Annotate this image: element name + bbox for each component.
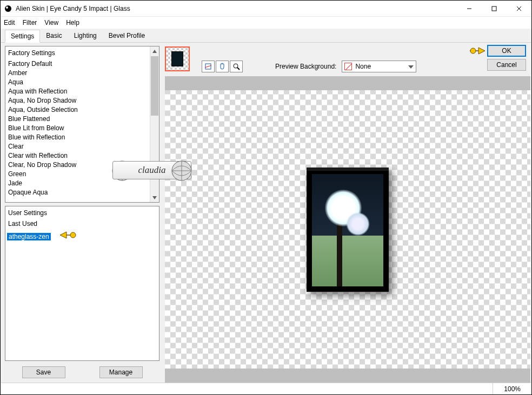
- menu-filter[interactable]: Filter: [23, 19, 37, 26]
- tab-lighting[interactable]: Lighting: [68, 29, 103, 42]
- window-title: Alien Skin | Eye Candy 5 Impact | Glass: [16, 5, 457, 12]
- chevron-down-icon: [408, 63, 414, 70]
- list-item[interactable]: Blue Lit from Below: [7, 123, 157, 132]
- preview-bg-select[interactable]: None: [342, 61, 416, 72]
- save-button[interactable]: Save: [22, 366, 65, 378]
- zoom-tool-icon[interactable]: [230, 61, 243, 72]
- pointer-hand-icon: [469, 45, 488, 58]
- manage-button[interactable]: Manage: [99, 366, 143, 378]
- settings-buttons: Save Manage: [5, 364, 159, 378]
- list-item[interactable]: Amber: [7, 68, 157, 77]
- menu-view[interactable]: View: [44, 19, 58, 26]
- preview-canvas-border: [165, 76, 530, 383]
- tab-basic[interactable]: Basic: [40, 29, 68, 42]
- svg-point-6: [70, 232, 76, 238]
- title-bar[interactable]: Alien Skin | Eye Candy 5 Impact | Glass: [1, 1, 531, 17]
- svg-marker-10: [408, 65, 414, 69]
- user-settings-header: User Settings: [7, 208, 157, 219]
- svg-marker-4: [152, 50, 157, 53]
- menu-edit[interactable]: Edit: [4, 19, 15, 26]
- user-settings-list[interactable]: User Settings Last Used atheglass-zen: [5, 206, 159, 361]
- menu-help[interactable]: Help: [66, 19, 79, 26]
- svg-marker-5: [152, 196, 157, 199]
- preview-image: [312, 174, 383, 286]
- close-button[interactable]: [507, 1, 531, 16]
- preview-bg-label: Preview Background:: [275, 63, 336, 70]
- list-item[interactable]: Clear, No Drop Shadow: [7, 160, 157, 169]
- list-item[interactable]: Blue Flattened: [7, 114, 157, 123]
- list-item[interactable]: Factory Default: [7, 59, 157, 68]
- preview-tool-icons: [202, 61, 243, 72]
- status-bar: 100%: [1, 383, 531, 394]
- list-item[interactable]: Jade: [7, 178, 157, 188]
- list-item[interactable]: Clear: [7, 142, 157, 151]
- list-item-last-used[interactable]: Last Used: [7, 219, 157, 228]
- scroll-down-icon[interactable]: [150, 193, 159, 202]
- scroll-up-icon[interactable]: [150, 46, 159, 56]
- none-swatch-icon: [344, 63, 352, 70]
- preview-thumbnail[interactable]: [165, 46, 190, 71]
- list-item-atheglass-zen[interactable]: atheglass-zen: [7, 233, 51, 240]
- scroll-thumb[interactable]: [151, 56, 158, 116]
- plugin-dialog-window: Alien Skin | Eye Candy 5 Impact | Glass …: [0, 0, 532, 395]
- menu-bar: Edit Filter View Help: [1, 17, 531, 29]
- preview-canvas[interactable]: [165, 90, 530, 369]
- list-item[interactable]: Aqua, Outside Selection: [7, 105, 157, 114]
- thumbnail-strip: [164, 44, 190, 74]
- content-area: Factory Settings Factory Default Amber A…: [1, 43, 531, 383]
- factory-settings-header: Factory Settings: [7, 48, 157, 59]
- svg-point-8: [234, 64, 238, 68]
- window-controls: [457, 1, 531, 16]
- pointer-hand-icon: [59, 235, 78, 242]
- factory-settings-list[interactable]: Factory Settings Factory Default Amber A…: [5, 46, 159, 203]
- list-item[interactable]: Green: [7, 169, 157, 178]
- settings-panel: Factory Settings Factory Default Amber A…: [1, 43, 164, 383]
- list-item[interactable]: Opaque Aqua: [7, 188, 157, 197]
- dialog-buttons: OK Cancel: [487, 45, 526, 71]
- cancel-button[interactable]: Cancel: [487, 59, 526, 71]
- zoom-readout: 100%: [493, 383, 531, 394]
- ok-button[interactable]: OK: [487, 45, 526, 57]
- preview-toolbar: Preview Background: None OK Cancel: [164, 43, 531, 75]
- tab-bevel-profile[interactable]: Bevel Profile: [103, 29, 151, 42]
- tab-settings[interactable]: Settings: [5, 30, 40, 43]
- svg-rect-1: [492, 6, 496, 11]
- tab-strip: Settings Basic Lighting Bevel Profile: [1, 29, 531, 43]
- preview-panel: Preview Background: None OK Cancel: [164, 43, 531, 383]
- factory-scrollbar[interactable]: [150, 46, 159, 202]
- crop-tool-icon[interactable]: [202, 61, 215, 72]
- preview-bg-value: None: [355, 63, 371, 70]
- list-item[interactable]: Clear with Reflection: [7, 151, 157, 160]
- list-item[interactable]: Aqua with Reflection: [7, 86, 157, 96]
- preview-image-frame: [307, 168, 389, 292]
- maximize-button[interactable]: [482, 1, 507, 16]
- svg-line-9: [237, 68, 240, 70]
- app-icon: [5, 5, 11, 12]
- minimize-button[interactable]: [457, 1, 482, 16]
- hand-tool-icon[interactable]: [216, 61, 229, 72]
- list-item[interactable]: Blue with Reflection: [7, 132, 157, 142]
- list-item[interactable]: Aqua, No Drop Shadow: [7, 96, 157, 105]
- svg-point-11: [470, 48, 476, 53]
- list-item[interactable]: Aqua: [7, 77, 157, 86]
